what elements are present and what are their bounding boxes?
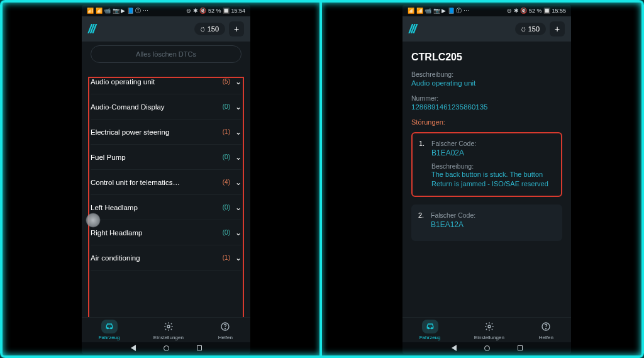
chevron-down-icon: ⌄: [235, 153, 242, 162]
credits-pill[interactable]: ⍥ 150: [194, 23, 225, 35]
nav-fahrzeug[interactable]: Fahrzeug: [99, 320, 120, 340]
recents-icon[interactable]: [197, 345, 202, 350]
chevron-down-icon: ⌄: [235, 103, 242, 111]
link-icon: ⍥: [521, 25, 526, 33]
fault-desc-label: Beschreibung:: [431, 162, 553, 170]
unit-count: (5): [219, 78, 230, 85]
credits-value: 150: [528, 25, 540, 33]
page-title: CTRLC205: [411, 52, 562, 63]
app-header: /// ⍥ 150 +: [82, 16, 250, 42]
app-header: /// ⍥ 150 +: [402, 16, 571, 42]
list-item[interactable]: Electrical power steering(1)⌄: [91, 120, 242, 145]
list-item[interactable]: Left Headlamp(0)⌄: [91, 195, 242, 220]
svg-point-7: [488, 325, 491, 328]
phone-screen-left: 📶 📶 📹 📷 ▶ 📘 ⓕ ⋯ ⊖ ✱ 🔇 52 % 🔲 15:54 /// ⍥…: [82, 5, 250, 354]
control-unit-list: Audio operating unit(5)⌄ Audio-Comand Di…: [82, 69, 250, 271]
chevron-down-icon: ⌄: [235, 77, 242, 86]
chevron-down-icon: ⌄: [235, 254, 242, 262]
faults-heading: Störungen:: [411, 118, 562, 126]
list-item[interactable]: Right Headlamp(0)⌄: [91, 220, 242, 245]
nav-label: Einstellungen: [153, 335, 184, 340]
status-bar: 📶 📶 📹 📷 ▶ 📘 ⓕ ⋯ ⊖ ✱ 🔇 52 % 🔲 15:55: [402, 5, 571, 16]
list-item[interactable]: Control unit for telematics…(4)⌄: [91, 170, 242, 195]
fault-code: B1EA12A: [431, 220, 554, 229]
nav-helfen[interactable]: Helfen: [217, 320, 233, 340]
description-label: Beschreibung:: [411, 70, 562, 78]
nav-einstellungen[interactable]: Einstellungen: [153, 320, 184, 340]
status-bar-right: ⊖ ✱ 🔇 52 % 🔲 15:55: [507, 8, 566, 14]
back-icon[interactable]: [452, 345, 457, 351]
nav-label: Helfen: [218, 335, 233, 340]
touch-indicator: [86, 213, 101, 228]
nav-einstellungen[interactable]: Einstellungen: [474, 320, 504, 340]
add-button[interactable]: +: [550, 21, 565, 36]
number-label: Nummer:: [411, 94, 562, 102]
home-icon[interactable]: [484, 345, 490, 351]
list-item[interactable]: Audio-Comand Display(0)⌄: [91, 94, 242, 120]
status-bar-left: 📶 📶 📹 📷 ▶ 📘 ⓕ ⋯: [87, 7, 148, 15]
fault-desc: The back button is stuck. The button Ret…: [431, 170, 553, 189]
bottom-nav: Fahrzeug Einstellungen Helfen: [82, 317, 250, 342]
nav-label: Fahrzeug: [419, 335, 441, 340]
main-content-right: CTRLC205 Beschreibung: Audio operating u…: [402, 42, 571, 317]
status-bar-left: 📶 📶 📹 📷 ▶ 📘 ⓕ ⋯: [408, 7, 469, 15]
unit-count: (0): [219, 154, 230, 160]
number-value: 1286891461235860135: [411, 103, 562, 111]
chevron-down-icon: ⌄: [235, 228, 242, 237]
fault-code-label: Falscher Code:: [431, 140, 553, 147]
svg-point-2: [167, 325, 170, 328]
list-item[interactable]: Air conditioning(1)⌄: [91, 245, 242, 271]
unit-label: Fuel Pump: [91, 154, 214, 161]
back-icon[interactable]: [131, 345, 136, 351]
svg-point-4: [225, 328, 226, 329]
help-icon: [538, 320, 554, 333]
list-item[interactable]: Fuel Pump(0)⌄: [91, 145, 242, 170]
nav-helfen[interactable]: Helfen: [538, 320, 554, 340]
unit-label: Air conditioning: [91, 254, 214, 262]
help-icon: [217, 320, 233, 333]
android-nav-bar: [82, 342, 250, 354]
recents-icon[interactable]: [518, 345, 523, 350]
unit-label: Audio operating unit: [91, 78, 214, 86]
nav-fahrzeug[interactable]: Fahrzeug: [419, 320, 441, 340]
unit-count: (1): [219, 254, 230, 261]
nav-label: Fahrzeug: [99, 335, 120, 340]
gear-icon: [481, 320, 497, 333]
unit-count: (0): [219, 229, 230, 236]
nav-label: Einstellungen: [474, 335, 504, 340]
link-icon: ⍥: [201, 25, 205, 33]
chevron-down-icon: ⌄: [235, 128, 242, 137]
unit-count: (0): [219, 103, 230, 110]
nav-label: Helfen: [539, 335, 553, 340]
svg-point-9: [546, 328, 547, 329]
unit-count: (4): [219, 179, 230, 186]
android-nav-bar: [402, 342, 571, 354]
home-icon[interactable]: [164, 345, 169, 351]
unit-count: (1): [219, 128, 230, 135]
phone-screen-right: 📶 📶 📹 📷 ▶ 📘 ⓕ ⋯ ⊖ ✱ 🔇 52 % 🔲 15:55 /// ⍥…: [402, 5, 571, 354]
gear-icon: [160, 320, 177, 333]
status-bar-right: ⊖ ✱ 🔇 52 % 🔲 15:54: [186, 8, 245, 14]
car-icon: [422, 320, 438, 333]
list-item[interactable]: Audio operating unit(5)⌄: [91, 69, 242, 94]
chevron-down-icon: ⌄: [235, 178, 242, 187]
unit-label: Left Headlamp: [91, 204, 214, 211]
frame-divider: [319, 3, 322, 355]
status-bar: 📶 📶 📹 📷 ▶ 📘 ⓕ ⋯ ⊖ ✱ 🔇 52 % 🔲 15:54: [82, 5, 250, 16]
fault-item[interactable]: 1. Falscher Code: B1EA02A Beschreibung: …: [411, 132, 562, 197]
delete-all-dtcs-button[interactable]: Alles löschen DTCs: [91, 45, 242, 63]
fault-code: B1EA02A: [431, 148, 553, 157]
unit-label: Audio-Comand Display: [91, 103, 214, 111]
unit-label: Control unit for telematics…: [91, 179, 214, 186]
unit-label: Right Headlamp: [91, 229, 214, 237]
bottom-nav: Fahrzeug Einstellungen Helfen: [402, 317, 571, 342]
add-button[interactable]: +: [229, 21, 244, 36]
fault-number: 1.: [419, 140, 425, 147]
fault-code-label: Falscher Code:: [431, 211, 554, 219]
app-logo: ///: [88, 22, 95, 36]
chevron-down-icon: ⌄: [235, 203, 242, 212]
unit-count: (0): [219, 204, 230, 211]
fault-item[interactable]: 2. Falscher Code: B1EA12A: [411, 204, 562, 241]
main-content-left: Alles löschen DTCs Audio operating unit(…: [82, 42, 250, 317]
credits-pill[interactable]: ⍥ 150: [515, 23, 546, 35]
